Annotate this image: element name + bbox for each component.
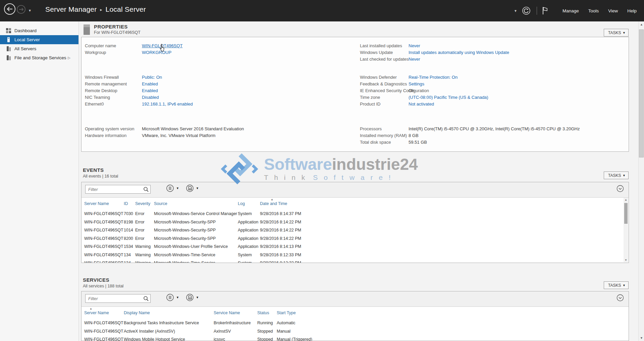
tasks-label: TASKS bbox=[608, 283, 621, 288]
event-row[interactable]: WIN-FGLOT496SQT 8200 Error Microsoft-Win… bbox=[84, 234, 621, 243]
property-row: Remote management Enabled bbox=[85, 81, 353, 87]
property-row: Workgroup WORKGROUP bbox=[85, 49, 353, 56]
property-value[interactable]: Real-Time Protection: On bbox=[409, 74, 458, 81]
properties-subtitle: For WIN-FGLOT496SQT bbox=[94, 30, 141, 35]
col-header-source[interactable]: Source bbox=[154, 198, 238, 210]
property-value[interactable]: Disabled bbox=[142, 94, 159, 101]
menu-help[interactable]: Help bbox=[627, 8, 637, 13]
property-value[interactable]: 192.168.1.1, IPv6 enabled bbox=[142, 101, 193, 108]
chevron-down-icon: ▼ bbox=[176, 296, 179, 299]
property-value[interactable]: Never bbox=[409, 43, 420, 49]
refresh-button[interactable] bbox=[522, 6, 531, 15]
property-label: Installed memory (RAM) bbox=[360, 132, 409, 139]
history-dropdown-caret[interactable]: ▼ bbox=[28, 9, 32, 12]
col-header-server-name[interactable]: Server Name bbox=[84, 198, 124, 210]
col-header-service-name[interactable]: Service Name bbox=[214, 307, 257, 319]
properties-panel: Computer name WIN-FGLOT496SQT Workgroup … bbox=[81, 37, 629, 152]
events-collapse-button[interactable] bbox=[616, 185, 624, 194]
cell-severity: Warning bbox=[135, 251, 154, 259]
cell-service-name: BrokerInfrastructure bbox=[214, 319, 257, 327]
event-row[interactable]: WIN-FGLOT496SQT 134 Warning Microsoft-Wi… bbox=[84, 259, 621, 263]
property-value[interactable]: Not activated bbox=[409, 101, 434, 108]
back-button[interactable] bbox=[4, 3, 15, 15]
services-view-options-button[interactable]: ▼ bbox=[166, 293, 179, 301]
properties-title: PROPERTIES bbox=[94, 24, 128, 29]
sidebar-item-dashboard[interactable]: Dashboard bbox=[0, 26, 78, 35]
property-row: Processors Intel(R) Core(TM) i5-4570 CPU… bbox=[360, 126, 628, 132]
col-header-id[interactable]: ID bbox=[124, 198, 135, 210]
scroll-down-arrow-icon[interactable]: ▼ bbox=[624, 259, 628, 262]
event-row[interactable]: WIN-FGLOT496SQT 134 Warning Microsoft-Wi… bbox=[84, 251, 621, 259]
property-value[interactable]: (UTC-08:00) Pacific Time (US & Canada) bbox=[409, 94, 488, 101]
scroll-up-arrow-icon[interactable]: ▲ bbox=[639, 23, 644, 26]
cell-date-time: 9/28/2016 8:12:33 PM bbox=[260, 251, 621, 259]
cell-id: 1014 bbox=[124, 226, 135, 234]
property-label: Processors bbox=[360, 126, 409, 132]
events-subtitle: All events | 16 total bbox=[83, 174, 118, 179]
services-subtitle: All services | 188 total bbox=[83, 284, 123, 288]
events-tasks-button[interactable]: TASKS▼ bbox=[604, 172, 629, 179]
sort-asc-icon: ▲ bbox=[271, 198, 273, 201]
event-row[interactable]: WIN-FGLOT496SQT 7030 Error Microsoft-Win… bbox=[84, 210, 621, 218]
cell-log: Application bbox=[238, 234, 260, 243]
col-header-log[interactable]: Log bbox=[238, 198, 260, 210]
list-options-icon bbox=[166, 184, 174, 192]
event-row[interactable]: WIN-FGLOT496SQT 1014 Error Microsoft-Win… bbox=[84, 226, 621, 234]
property-value[interactable]: Enabled bbox=[142, 81, 158, 87]
events-save-query-button[interactable]: ▼ bbox=[186, 184, 199, 192]
cell-display-name: ActiveX Installer (AxInstSV) bbox=[124, 327, 214, 336]
cell-severity: Error bbox=[135, 210, 154, 218]
expand-arrow-icon[interactable]: ▷ bbox=[68, 56, 70, 60]
services-save-query-button[interactable]: ▼ bbox=[186, 293, 199, 301]
save-icon bbox=[186, 293, 194, 301]
property-value[interactable]: WIN-FGLOT496SQT bbox=[142, 43, 182, 49]
service-row[interactable]: WIN-FGLOT496SQT Windows Mobile Hotspot S… bbox=[84, 335, 621, 341]
chevron-down-icon: ▼ bbox=[623, 284, 626, 287]
property-value[interactable]: Public: On bbox=[142, 74, 162, 81]
property-value[interactable]: WORKGROUP bbox=[142, 49, 171, 56]
sidebar-item-all-servers[interactable]: All Servers bbox=[0, 44, 78, 53]
scroll-up-arrow-icon[interactable]: ▲ bbox=[624, 198, 628, 201]
breadcrumb-root[interactable]: Server Manager bbox=[45, 5, 97, 13]
tasks-label: TASKS bbox=[608, 30, 621, 35]
events-view-options-button[interactable]: ▼ bbox=[166, 184, 179, 192]
dashboard-icon bbox=[6, 28, 11, 33]
col-header-severity[interactable]: Severity bbox=[135, 198, 154, 210]
property-value[interactable]: Enabled bbox=[142, 87, 158, 94]
forward-button[interactable] bbox=[17, 5, 25, 14]
property-value[interactable]: Never bbox=[409, 56, 420, 63]
col-header-start-type[interactable]: Start Type bbox=[277, 307, 621, 319]
services-filter-input[interactable] bbox=[86, 294, 142, 302]
col-header-date-time[interactable]: ▲Date and Time bbox=[260, 198, 621, 210]
sidebar-item-local-server[interactable]: Local Server bbox=[0, 35, 78, 44]
topbar: ▼ Server Manager▸Local Server ▼ Manage T… bbox=[0, 0, 644, 21]
event-row[interactable]: WIN-FGLOT496SQT 1534 Warning Microsoft-W… bbox=[84, 243, 621, 251]
properties-tasks-button[interactable]: TASKS▼ bbox=[604, 29, 629, 37]
notifications-flag-button[interactable] bbox=[542, 6, 548, 15]
refresh-dropdown-caret[interactable]: ▼ bbox=[514, 9, 517, 13]
scrollbar-thumb[interactable] bbox=[624, 203, 628, 224]
menu-view[interactable]: View bbox=[608, 8, 618, 13]
col-header-display-name[interactable]: Display Name bbox=[124, 307, 214, 319]
property-value[interactable]: Settings bbox=[409, 81, 424, 87]
sidebar: Dashboard Local Server All Servers File … bbox=[0, 21, 79, 341]
services-collapse-button[interactable] bbox=[616, 294, 624, 303]
services-tasks-button[interactable]: TASKS▼ bbox=[604, 281, 629, 289]
property-row: Windows Defender Real-Time Protection: O… bbox=[360, 74, 628, 81]
cell-status: Running bbox=[257, 319, 277, 327]
property-label: Product ID bbox=[360, 101, 409, 108]
col-header-status[interactable]: Status bbox=[257, 307, 277, 319]
events-filter-input[interactable] bbox=[86, 185, 142, 193]
menu-manage[interactable]: Manage bbox=[562, 8, 579, 13]
scroll-down-arrow-icon[interactable]: ▼ bbox=[639, 336, 644, 340]
service-row[interactable]: WIN-FGLOT496SQT Background Tasks Infrast… bbox=[84, 319, 621, 327]
col-header-server-name[interactable]: ▲Server Name bbox=[84, 307, 124, 319]
event-row[interactable]: WIN-FGLOT496SQT 8198 Error Microsoft-Win… bbox=[84, 218, 621, 226]
breadcrumb-separator-icon: ▸ bbox=[100, 7, 102, 12]
service-row[interactable]: WIN-FGLOT496SQT ActiveX Installer (AxIns… bbox=[84, 327, 621, 336]
sidebar-item-file-storage-services[interactable]: File and Storage Services ▷ bbox=[0, 53, 78, 62]
scrollbar-thumb[interactable] bbox=[639, 29, 644, 157]
property-value[interactable]: Install updates automatically using Wind… bbox=[409, 49, 509, 56]
menu-tools[interactable]: Tools bbox=[588, 8, 599, 13]
sidebar-item-label: Dashboard bbox=[14, 28, 37, 33]
